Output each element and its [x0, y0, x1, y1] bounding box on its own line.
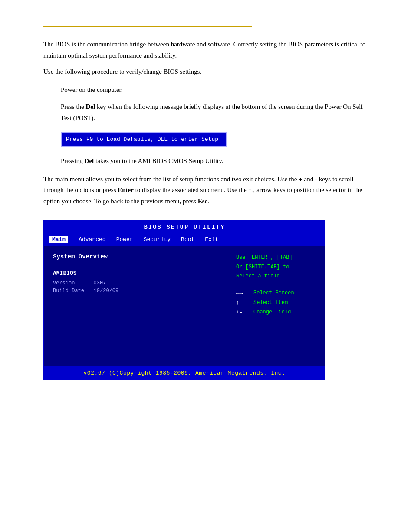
step-2: Press the Del key when the following mes… — [61, 101, 371, 124]
bios-body: System Overview AMIBIOS Version : 0307 B… — [44, 245, 325, 367]
bios-menu-power[interactable]: Power — [116, 236, 133, 243]
bios-menu-security[interactable]: Security — [144, 236, 171, 243]
bios-help-line2: Or [SHITF-TAB] to — [236, 263, 318, 272]
bios-nav-change-field-label: Change Field — [253, 309, 291, 315]
bios-footer: v02.67 (C)Copyright 1985-2009, American … — [44, 367, 325, 379]
step-3-code: Press F9 to Load Defaults, DEL to enter … — [61, 130, 371, 150]
bios-menu-advanced[interactable]: Advanced — [79, 236, 105, 243]
steps-list: Power on the computer. Press the Del key… — [61, 85, 371, 167]
bios-nav-leftright-icon: ←→ — [236, 290, 248, 297]
bios-nav-change-field: +- Change Field — [236, 309, 318, 316]
bios-nav-select-item: ↑↓ Select Item — [236, 300, 318, 306]
bios-help-line3: Select a field. — [236, 272, 318, 281]
section-rule — [43, 26, 252, 27]
step-4: Pressing Del takes you to the AMI BIOS C… — [61, 156, 371, 167]
bios-nav-plusminus-icon: +- — [236, 309, 248, 316]
bios-left-divider — [53, 264, 220, 264]
procedure-intro: Use the following procedure to verify/ch… — [43, 66, 371, 78]
main-paragraph-1: The main menu allows you to select from … — [43, 174, 371, 207]
bios-menu-exit[interactable]: Exit — [205, 236, 218, 243]
bios-utility-window: BIOS SETUP UTILITY Main Advanced Power S… — [43, 220, 325, 380]
bios-version-field: Version : 0307 — [53, 280, 220, 286]
step-1-text: Power on the computer. — [61, 86, 122, 93]
bios-menu-main[interactable]: Main — [49, 236, 68, 243]
bios-menu-bar[interactable]: Main Advanced Power Security Boot Exit — [44, 234, 325, 245]
bios-menu-boot[interactable]: Boot — [181, 236, 194, 243]
bios-builddate-field: Build Date : 10/20/09 — [53, 288, 220, 294]
bios-message-code: Press F9 to Load Defaults, DEL to enter … — [61, 132, 227, 147]
bios-section-title: System Overview — [53, 253, 220, 260]
bios-nav-select-screen-label: Select Screen — [253, 290, 294, 296]
bios-nav-updown-icon: ↑↓ — [236, 300, 248, 306]
bios-footer-text: v02.67 (C)Copyright 1985-2009, American … — [84, 370, 286, 376]
bios-right-panel: Use [ENTER], [TAB] Or [SHITF-TAB] to Sel… — [229, 246, 325, 366]
bios-help-text: Use [ENTER], [TAB] Or [SHITF-TAB] to Sel… — [236, 253, 318, 281]
step-4-text: Pressing Del takes you to the AMI BIOS C… — [61, 157, 223, 164]
bios-nav-select-item-label: Select Item — [253, 300, 288, 306]
bios-title-text: BIOS SETUP UTILITY — [144, 224, 225, 231]
step-2-text: Press the Del key when the following mes… — [61, 103, 363, 121]
bios-nav-select-screen: ←→ Select Screen — [236, 290, 318, 297]
bios-title-bar: BIOS SETUP UTILITY — [44, 221, 325, 234]
bios-left-panel: System Overview AMIBIOS Version : 0307 B… — [44, 246, 229, 366]
bios-help-line1: Use [ENTER], [TAB] — [236, 253, 318, 263]
step-1: Power on the computer. — [61, 85, 371, 96]
bios-amibios-label: AMIBIOS — [53, 270, 220, 277]
intro-paragraph-1: The BIOS is the communication bridge bet… — [43, 39, 371, 61]
